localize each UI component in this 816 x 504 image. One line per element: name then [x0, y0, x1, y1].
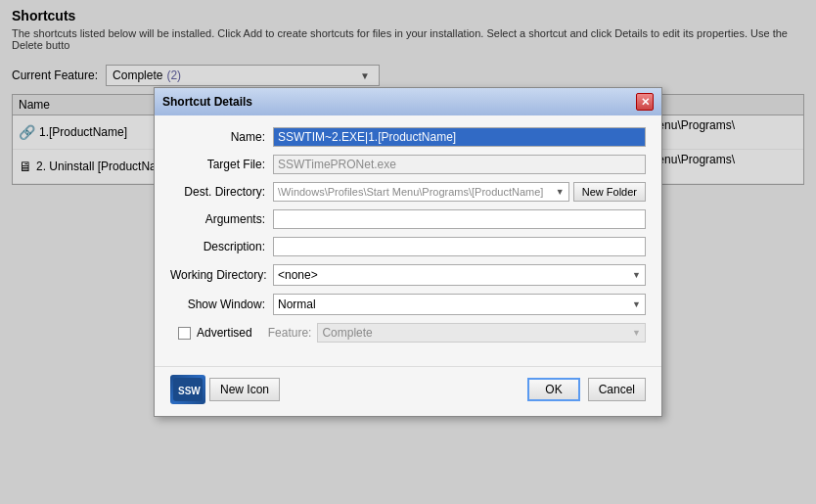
arguments-row: Arguments: [170, 209, 646, 229]
dialog-body: Name: Target File: Dest. Directory: \Win… [155, 115, 661, 362]
dialog-overlay: Shortcut Details ✕ Name: Target File: De… [0, 0, 816, 504]
svg-text:SSW: SSW [178, 386, 201, 396]
arguments-input[interactable] [273, 209, 646, 229]
dest-label: Dest. Directory: [170, 185, 273, 199]
working-dir-arrow: ▼ [632, 270, 641, 280]
working-dir-row: Working Directory: <none> ▼ [170, 264, 646, 286]
name-row: Name: [170, 127, 646, 147]
advertised-label: Advertised [197, 326, 252, 340]
show-window-value: Normal [278, 298, 632, 311]
target-row: Target File: [170, 155, 646, 174]
ssw-logo: SSW New Icon [170, 375, 280, 404]
dialog-close-button[interactable]: ✕ [636, 93, 654, 111]
description-label: Description: [170, 240, 273, 253]
feature-inline-dropdown: Complete ▼ [317, 323, 646, 343]
advertised-checkbox[interactable] [178, 327, 191, 340]
new-folder-button[interactable]: New Folder [573, 182, 646, 202]
target-input [273, 155, 646, 174]
dest-row-content: \Windows\Profiles\Start Menu\Programs\[P… [273, 182, 646, 202]
show-window-arrow: ▼ [632, 299, 641, 309]
working-dir-dropdown[interactable]: <none> ▼ [273, 264, 646, 286]
dialog-bottom: SSW New Icon OK Cancel [155, 366, 661, 416]
target-label: Target File: [170, 158, 273, 171]
dest-dropdown-arrow: ▼ [556, 187, 565, 197]
show-window-row: Show Window: Normal ▼ [170, 294, 646, 315]
show-window-label: Show Window: [170, 298, 273, 311]
arguments-label: Arguments: [170, 212, 273, 226]
main-panel: Shortcuts The shortcuts listed below wil… [0, 0, 816, 504]
dialog-action-buttons: OK Cancel [527, 378, 646, 401]
feature-inline-value: Complete [322, 326, 632, 340]
name-input[interactable] [273, 127, 646, 147]
name-label: Name: [170, 130, 273, 144]
advertised-row: Advertised Feature: Complete ▼ [170, 323, 646, 343]
shortcut-details-dialog: Shortcut Details ✕ Name: Target File: De… [154, 87, 662, 417]
dest-dropdown-text: \Windows\Profiles\Start Menu\Programs\[P… [278, 186, 556, 198]
working-dir-value: <none> [278, 268, 632, 282]
cancel-button[interactable]: Cancel [588, 378, 646, 401]
new-icon-button[interactable]: New Icon [209, 378, 280, 401]
dialog-title: Shortcut Details [162, 95, 252, 109]
dest-dropdown[interactable]: \Windows\Profiles\Start Menu\Programs\[P… [273, 182, 569, 202]
dest-row: Dest. Directory: \Windows\Profiles\Start… [170, 182, 646, 202]
description-row: Description: [170, 237, 646, 256]
feature-inline-label: Feature: [268, 326, 312, 340]
working-dir-label: Working Directory: [170, 268, 273, 282]
description-input[interactable] [273, 237, 646, 256]
ok-button[interactable]: OK [527, 378, 579, 401]
feature-inline-arrow: ▼ [632, 328, 641, 338]
ssw-icon: SSW [170, 375, 205, 404]
show-window-dropdown[interactable]: Normal ▼ [273, 294, 646, 315]
dialog-titlebar: Shortcut Details ✕ [155, 88, 661, 115]
